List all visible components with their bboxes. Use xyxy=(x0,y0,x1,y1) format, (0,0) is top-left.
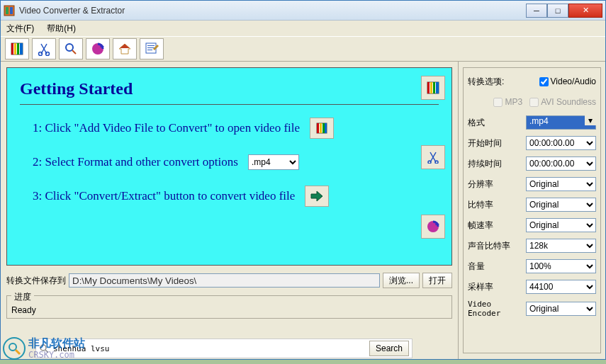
avi-soundless-checkbox[interactable] xyxy=(529,98,539,107)
svg-rect-29 xyxy=(430,82,432,93)
bitrate-label: 比特率 xyxy=(468,199,523,211)
getting-started-title: Getting Started xyxy=(20,79,439,98)
svg-marker-26 xyxy=(311,191,322,201)
svg-rect-18 xyxy=(147,47,155,48)
svg-rect-19 xyxy=(147,50,152,50)
duration-select[interactable]: 00:00:00.00 xyxy=(526,157,596,171)
format-label: 格式 xyxy=(468,117,523,129)
svg-rect-4 xyxy=(11,43,13,55)
svg-point-9 xyxy=(46,52,50,56)
audio-bitrate-label: 声音比特率 xyxy=(468,240,523,252)
search-input[interactable] xyxy=(53,342,365,355)
titlebar: Video Converter & Extractor ─ □ ✕ xyxy=(1,1,605,21)
toolbar-convert-button[interactable] xyxy=(86,38,110,59)
watermark-text: 非凡软件站 xyxy=(28,336,85,351)
format-select-inline[interactable]: .mp4 xyxy=(248,154,299,170)
svg-marker-15 xyxy=(120,44,130,48)
sample-rate-label: 采样率 xyxy=(468,281,523,293)
svg-rect-23 xyxy=(320,123,322,133)
options-title: 转换选项: xyxy=(468,76,504,88)
start-time-select[interactable]: 00:00:00.00 xyxy=(526,136,596,150)
svg-rect-30 xyxy=(433,82,435,93)
progress-label: 进度 xyxy=(11,291,34,303)
svg-rect-1 xyxy=(6,7,9,14)
watermark-logo-icon xyxy=(3,337,26,360)
video-audio-checkbox[interactable] xyxy=(539,77,549,86)
app-window: Video Converter & Extractor ─ □ ✕ 文件(F) … xyxy=(0,0,606,360)
toolbar-home-button[interactable] xyxy=(113,38,137,59)
duration-label: 持续时间 xyxy=(468,158,523,170)
side-convert-button[interactable] xyxy=(421,215,445,239)
svg-point-8 xyxy=(39,52,43,56)
fps-label: 帧速率 xyxy=(468,220,523,232)
menubar: 文件(F) 帮助(H) xyxy=(1,21,605,36)
getting-started-panel: Getting Started 1: Click "Add Video File… xyxy=(6,67,452,266)
svg-rect-25 xyxy=(325,123,327,133)
svg-rect-7 xyxy=(20,43,23,55)
watermark: 非凡软件站 CRSKY.com xyxy=(3,336,85,360)
svg-rect-2 xyxy=(10,7,13,14)
open-button[interactable]: 打开 xyxy=(422,273,452,288)
start-time-label: 开始时间 xyxy=(468,137,523,149)
step3-text: 3: Click "Convert/Extract" button to con… xyxy=(33,189,295,203)
divider xyxy=(20,104,439,105)
svg-line-39 xyxy=(16,350,20,354)
side-cut-button[interactable] xyxy=(421,145,445,169)
side-add-video-button[interactable] xyxy=(421,76,445,100)
format-select[interactable]: .mp4▾ xyxy=(526,115,596,130)
resolution-label: 分辨率 xyxy=(468,178,523,190)
audio-bitrate-select[interactable]: 128k xyxy=(526,239,596,253)
svg-point-10 xyxy=(66,44,73,51)
search-button[interactable]: Search xyxy=(369,341,409,356)
close-button[interactable]: ✕ xyxy=(568,4,602,18)
app-icon xyxy=(4,5,15,16)
encoder-label: Video Encoder xyxy=(468,300,523,318)
browse-button[interactable]: 浏览... xyxy=(383,273,420,288)
svg-rect-22 xyxy=(317,123,319,133)
svg-point-33 xyxy=(435,161,438,164)
toolbar-edit-button[interactable] xyxy=(140,38,164,59)
left-pane: Getting Started 1: Click "Add Video File… xyxy=(1,62,458,359)
watermark-url: CRSKY.com xyxy=(28,350,85,360)
toolbar-add-video-button[interactable] xyxy=(5,38,29,59)
svg-rect-17 xyxy=(147,45,155,46)
convert-extract-button[interactable] xyxy=(305,186,329,207)
step2-text: 2: Select Format and other convert optio… xyxy=(33,155,238,169)
svg-rect-31 xyxy=(436,82,439,93)
svg-rect-5 xyxy=(14,43,16,55)
volume-label: 音量 xyxy=(468,261,523,273)
window-title: Video Converter & Extractor xyxy=(19,6,526,16)
add-video-file-button[interactable] xyxy=(310,118,334,139)
mp3-checkbox[interactable] xyxy=(493,98,503,107)
svg-point-38 xyxy=(9,343,16,351)
maximize-button[interactable]: □ xyxy=(547,4,568,18)
search-bar: Search xyxy=(35,339,413,358)
volume-select[interactable]: 100% xyxy=(526,259,596,273)
menu-help[interactable]: 帮助(H) xyxy=(47,23,76,35)
svg-line-11 xyxy=(72,50,76,54)
svg-rect-24 xyxy=(322,123,325,133)
svg-point-32 xyxy=(428,161,431,164)
fps-select[interactable]: Original xyxy=(526,218,596,232)
progress-group: 进度 Ready xyxy=(6,295,452,319)
toolbar-cut-button[interactable] xyxy=(32,38,56,59)
sample-rate-select[interactable]: 44100 xyxy=(526,280,596,294)
svg-rect-6 xyxy=(17,43,19,55)
save-path-input[interactable] xyxy=(69,273,380,288)
encoder-select[interactable]: Original xyxy=(526,302,596,316)
toolbar xyxy=(1,36,605,62)
bitrate-select[interactable]: Original xyxy=(526,198,596,212)
progress-status: Ready xyxy=(11,305,447,315)
step1-text: 1: Click "Add Video File to Convert" to … xyxy=(33,121,300,135)
resolution-select[interactable]: Original xyxy=(526,177,596,191)
svg-rect-28 xyxy=(427,82,430,93)
minimize-button[interactable]: ─ xyxy=(526,4,547,18)
toolbar-search-button[interactable] xyxy=(59,38,83,59)
save-path-label: 转换文件保存到 xyxy=(6,275,66,287)
menu-file[interactable]: 文件(F) xyxy=(6,23,34,35)
right-pane: 转换选项: Video/Audio MP3 AVI Soundless 格式.m… xyxy=(458,62,605,359)
